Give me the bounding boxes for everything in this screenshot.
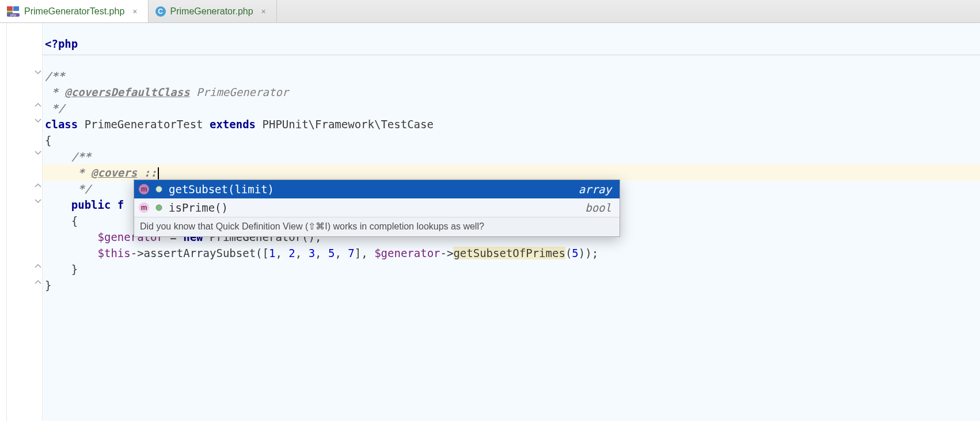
keyword: f (117, 198, 124, 211)
visibility-icon (155, 204, 163, 212)
php-file-icon: php (7, 6, 20, 17)
keyword: extends (210, 118, 256, 131)
code-text: * (45, 86, 64, 98)
fold-toggle-icon[interactable] (35, 117, 41, 124)
code-text (137, 166, 143, 179)
code-text: /** (45, 70, 64, 82)
close-icon[interactable]: × (261, 7, 266, 16)
code-text (45, 247, 98, 259)
code-text: PrimeGenerator (190, 86, 289, 98)
keyword: public (71, 198, 111, 211)
method-call-highlighted: getSubsetOfPrimes (453, 247, 565, 259)
code-text: -> (131, 247, 144, 259)
fold-toggle-icon[interactable] (35, 69, 41, 76)
code-text: ([ (256, 247, 269, 259)
separator-line (43, 55, 980, 55)
fold-end-icon[interactable] (35, 278, 41, 285)
code-text: :: (144, 166, 157, 179)
number: 2 (288, 247, 295, 259)
code-text: { (45, 215, 78, 227)
svg-point-5 (156, 186, 162, 192)
code-text: ( (565, 247, 572, 259)
fold-end-icon[interactable] (35, 182, 41, 189)
code-text: { (45, 134, 51, 147)
fold-end-icon[interactable] (35, 262, 41, 269)
code-text: -> (440, 247, 454, 259)
code-text (45, 231, 98, 243)
close-icon[interactable]: × (132, 7, 137, 16)
variable: $this (98, 247, 131, 259)
code-text: } (45, 263, 78, 275)
code-text: ], (355, 247, 374, 259)
code-editor[interactable]: <?php /** * @coversDefaultClass PrimeGen… (43, 23, 980, 421)
code-text: PrimeGeneratorTest (78, 118, 210, 131)
number: 1 (269, 247, 275, 259)
tab-prime-generator[interactable]: C PrimeGenerator.php × (149, 0, 277, 22)
code-text: <?php (45, 37, 78, 50)
code-text: /** (45, 150, 91, 163)
completion-tip: Did you know that Quick Definition View … (134, 217, 620, 236)
code-text (45, 198, 71, 211)
fold-toggle-icon[interactable] (35, 198, 41, 205)
code-text: */ (45, 102, 64, 114)
editor-tabbar: php PrimeGeneratorTest.php × C PrimeGene… (0, 0, 980, 23)
svg-point-6 (156, 205, 162, 210)
code-text: , (295, 247, 309, 259)
number: 5 (572, 247, 578, 259)
svg-rect-1 (13, 6, 19, 11)
visibility-icon (155, 185, 163, 193)
method-call: assertArraySubset (144, 247, 256, 259)
fold-end-icon[interactable] (35, 101, 41, 108)
completion-return-type: bool (585, 201, 611, 214)
code-text: } (45, 279, 51, 292)
class-file-icon: C (155, 6, 166, 17)
left-margin (0, 23, 7, 421)
number: 5 (328, 247, 335, 259)
code-text: PHPUnit\Framework\TestCase (256, 118, 434, 131)
code-text: */ (45, 182, 91, 195)
keyword: class (45, 118, 78, 131)
editor-gutter[interactable] (7, 23, 43, 421)
code-text: , (275, 247, 288, 259)
editor-workarea: <?php /** * @coversDefaultClass PrimeGen… (0, 23, 980, 421)
completion-popup: m getSubset(limit) array m isPrime() boo… (134, 179, 620, 237)
number: 3 (309, 247, 315, 259)
code-text: , (335, 247, 348, 259)
variable: $generator (374, 247, 440, 259)
code-text: , (315, 247, 328, 259)
method-badge-icon: m (139, 202, 149, 213)
number: 7 (348, 247, 354, 259)
completion-return-type: array (579, 183, 611, 196)
method-badge-icon: m (139, 184, 149, 194)
annotation: @coversDefaultClass (64, 86, 189, 98)
tab-label: PrimeGeneratorTest.php (24, 6, 124, 17)
code-text: * (45, 166, 91, 179)
completion-item-getsubset[interactable]: m getSubset(limit) array (134, 180, 620, 198)
annotation: @covers (91, 166, 137, 179)
completion-label: isPrime() (169, 201, 228, 214)
svg-rect-0 (7, 6, 13, 11)
code-text (111, 198, 117, 211)
completion-label: getSubset(limit) (169, 183, 274, 196)
text-caret (158, 167, 159, 180)
tab-prime-generator-test[interactable]: php PrimeGeneratorTest.php × (0, 0, 149, 22)
completion-item-isprime[interactable]: m isPrime() bool (134, 198, 620, 217)
fold-toggle-icon[interactable] (35, 150, 41, 156)
tab-label: PrimeGenerator.php (170, 6, 253, 17)
code-text: )); (579, 247, 598, 259)
svg-text:php: php (10, 13, 17, 17)
